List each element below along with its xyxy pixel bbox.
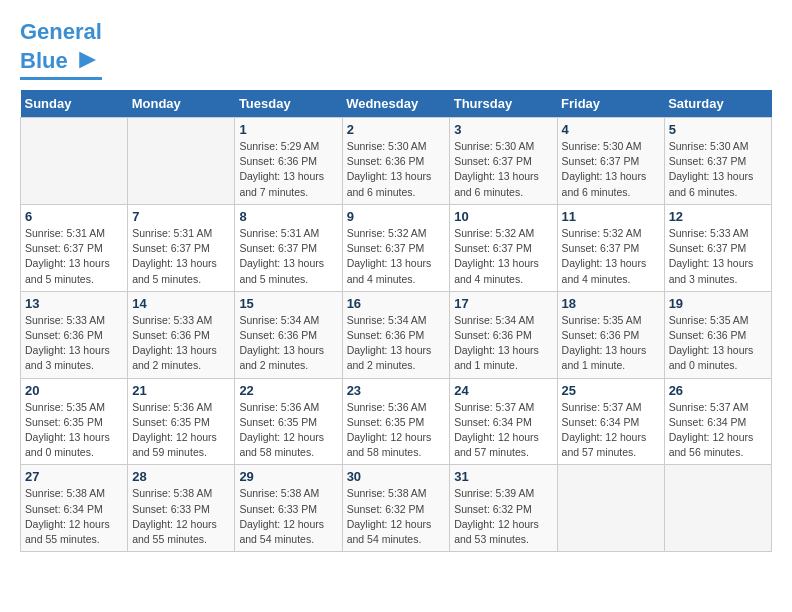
weekday-header-monday: Monday (128, 90, 235, 118)
day-info: Sunrise: 5:34 AM Sunset: 6:36 PM Dayligh… (239, 313, 337, 374)
day-number: 16 (347, 296, 446, 311)
calendar-cell: 9Sunrise: 5:32 AM Sunset: 6:37 PM Daylig… (342, 204, 450, 291)
day-number: 30 (347, 469, 446, 484)
day-info: Sunrise: 5:38 AM Sunset: 6:33 PM Dayligh… (132, 486, 230, 547)
day-number: 13 (25, 296, 123, 311)
day-number: 27 (25, 469, 123, 484)
calendar-cell: 3Sunrise: 5:30 AM Sunset: 6:37 PM Daylig… (450, 117, 557, 204)
day-info: Sunrise: 5:39 AM Sunset: 6:32 PM Dayligh… (454, 486, 552, 547)
calendar-cell: 29Sunrise: 5:38 AM Sunset: 6:33 PM Dayli… (235, 465, 342, 552)
calendar-cell: 30Sunrise: 5:38 AM Sunset: 6:32 PM Dayli… (342, 465, 450, 552)
day-number: 25 (562, 383, 660, 398)
day-number: 7 (132, 209, 230, 224)
calendar-cell: 21Sunrise: 5:36 AM Sunset: 6:35 PM Dayli… (128, 378, 235, 465)
day-info: Sunrise: 5:38 AM Sunset: 6:34 PM Dayligh… (25, 486, 123, 547)
calendar-cell: 10Sunrise: 5:32 AM Sunset: 6:37 PM Dayli… (450, 204, 557, 291)
weekday-header-thursday: Thursday (450, 90, 557, 118)
day-info: Sunrise: 5:30 AM Sunset: 6:37 PM Dayligh… (669, 139, 767, 200)
calendar-cell: 12Sunrise: 5:33 AM Sunset: 6:37 PM Dayli… (664, 204, 771, 291)
calendar-cell: 15Sunrise: 5:34 AM Sunset: 6:36 PM Dayli… (235, 291, 342, 378)
day-number: 15 (239, 296, 337, 311)
logo-blue: Blue (20, 48, 68, 73)
day-info: Sunrise: 5:32 AM Sunset: 6:37 PM Dayligh… (347, 226, 446, 287)
day-number: 24 (454, 383, 552, 398)
weekday-header-tuesday: Tuesday (235, 90, 342, 118)
calendar-table: SundayMondayTuesdayWednesdayThursdayFrid… (20, 90, 772, 552)
day-number: 28 (132, 469, 230, 484)
day-number: 11 (562, 209, 660, 224)
calendar-cell: 23Sunrise: 5:36 AM Sunset: 6:35 PM Dayli… (342, 378, 450, 465)
day-info: Sunrise: 5:35 AM Sunset: 6:36 PM Dayligh… (562, 313, 660, 374)
calendar-cell (664, 465, 771, 552)
day-info: Sunrise: 5:37 AM Sunset: 6:34 PM Dayligh… (669, 400, 767, 461)
week-row-1: 1Sunrise: 5:29 AM Sunset: 6:36 PM Daylig… (21, 117, 772, 204)
day-info: Sunrise: 5:30 AM Sunset: 6:36 PM Dayligh… (347, 139, 446, 200)
calendar-cell: 22Sunrise: 5:36 AM Sunset: 6:35 PM Dayli… (235, 378, 342, 465)
day-info: Sunrise: 5:31 AM Sunset: 6:37 PM Dayligh… (132, 226, 230, 287)
day-number: 8 (239, 209, 337, 224)
calendar-body: 1Sunrise: 5:29 AM Sunset: 6:36 PM Daylig… (21, 117, 772, 551)
logo-general: General (20, 19, 102, 44)
calendar-cell: 27Sunrise: 5:38 AM Sunset: 6:34 PM Dayli… (21, 465, 128, 552)
calendar-cell: 25Sunrise: 5:37 AM Sunset: 6:34 PM Dayli… (557, 378, 664, 465)
calendar-cell: 2Sunrise: 5:30 AM Sunset: 6:36 PM Daylig… (342, 117, 450, 204)
day-info: Sunrise: 5:33 AM Sunset: 6:37 PM Dayligh… (669, 226, 767, 287)
day-number: 23 (347, 383, 446, 398)
calendar-cell: 1Sunrise: 5:29 AM Sunset: 6:36 PM Daylig… (235, 117, 342, 204)
day-info: Sunrise: 5:34 AM Sunset: 6:36 PM Dayligh… (347, 313, 446, 374)
weekday-header-wednesday: Wednesday (342, 90, 450, 118)
day-info: Sunrise: 5:38 AM Sunset: 6:33 PM Dayligh… (239, 486, 337, 547)
day-number: 17 (454, 296, 552, 311)
day-number: 5 (669, 122, 767, 137)
logo: General Blue ► (20, 20, 102, 80)
day-info: Sunrise: 5:37 AM Sunset: 6:34 PM Dayligh… (562, 400, 660, 461)
day-number: 29 (239, 469, 337, 484)
calendar-cell: 31Sunrise: 5:39 AM Sunset: 6:32 PM Dayli… (450, 465, 557, 552)
day-info: Sunrise: 5:35 AM Sunset: 6:36 PM Dayligh… (669, 313, 767, 374)
day-number: 10 (454, 209, 552, 224)
day-number: 21 (132, 383, 230, 398)
calendar-cell: 28Sunrise: 5:38 AM Sunset: 6:33 PM Dayli… (128, 465, 235, 552)
day-number: 18 (562, 296, 660, 311)
calendar-cell: 20Sunrise: 5:35 AM Sunset: 6:35 PM Dayli… (21, 378, 128, 465)
logo-text: General Blue ► (20, 20, 102, 75)
day-info: Sunrise: 5:36 AM Sunset: 6:35 PM Dayligh… (347, 400, 446, 461)
day-info: Sunrise: 5:31 AM Sunset: 6:37 PM Dayligh… (25, 226, 123, 287)
weekday-header-sunday: Sunday (21, 90, 128, 118)
day-info: Sunrise: 5:35 AM Sunset: 6:35 PM Dayligh… (25, 400, 123, 461)
day-info: Sunrise: 5:32 AM Sunset: 6:37 PM Dayligh… (454, 226, 552, 287)
day-info: Sunrise: 5:33 AM Sunset: 6:36 PM Dayligh… (25, 313, 123, 374)
day-number: 1 (239, 122, 337, 137)
weekday-header-saturday: Saturday (664, 90, 771, 118)
calendar-cell: 24Sunrise: 5:37 AM Sunset: 6:34 PM Dayli… (450, 378, 557, 465)
day-number: 4 (562, 122, 660, 137)
page-header: General Blue ► (20, 20, 772, 80)
day-number: 19 (669, 296, 767, 311)
calendar-cell: 11Sunrise: 5:32 AM Sunset: 6:37 PM Dayli… (557, 204, 664, 291)
day-number: 22 (239, 383, 337, 398)
calendar-cell: 18Sunrise: 5:35 AM Sunset: 6:36 PM Dayli… (557, 291, 664, 378)
week-row-4: 20Sunrise: 5:35 AM Sunset: 6:35 PM Dayli… (21, 378, 772, 465)
calendar-cell (557, 465, 664, 552)
day-number: 3 (454, 122, 552, 137)
calendar-cell: 26Sunrise: 5:37 AM Sunset: 6:34 PM Dayli… (664, 378, 771, 465)
day-info: Sunrise: 5:30 AM Sunset: 6:37 PM Dayligh… (562, 139, 660, 200)
day-info: Sunrise: 5:37 AM Sunset: 6:34 PM Dayligh… (454, 400, 552, 461)
calendar-cell: 13Sunrise: 5:33 AM Sunset: 6:36 PM Dayli… (21, 291, 128, 378)
day-info: Sunrise: 5:38 AM Sunset: 6:32 PM Dayligh… (347, 486, 446, 547)
calendar-cell: 5Sunrise: 5:30 AM Sunset: 6:37 PM Daylig… (664, 117, 771, 204)
day-number: 20 (25, 383, 123, 398)
calendar-cell (21, 117, 128, 204)
day-number: 31 (454, 469, 552, 484)
calendar-cell: 6Sunrise: 5:31 AM Sunset: 6:37 PM Daylig… (21, 204, 128, 291)
day-number: 2 (347, 122, 446, 137)
day-info: Sunrise: 5:31 AM Sunset: 6:37 PM Dayligh… (239, 226, 337, 287)
day-number: 26 (669, 383, 767, 398)
calendar-cell: 4Sunrise: 5:30 AM Sunset: 6:37 PM Daylig… (557, 117, 664, 204)
calendar-cell: 14Sunrise: 5:33 AM Sunset: 6:36 PM Dayli… (128, 291, 235, 378)
weekday-header-friday: Friday (557, 90, 664, 118)
week-row-3: 13Sunrise: 5:33 AM Sunset: 6:36 PM Dayli… (21, 291, 772, 378)
day-info: Sunrise: 5:36 AM Sunset: 6:35 PM Dayligh… (132, 400, 230, 461)
calendar-cell: 8Sunrise: 5:31 AM Sunset: 6:37 PM Daylig… (235, 204, 342, 291)
day-info: Sunrise: 5:36 AM Sunset: 6:35 PM Dayligh… (239, 400, 337, 461)
